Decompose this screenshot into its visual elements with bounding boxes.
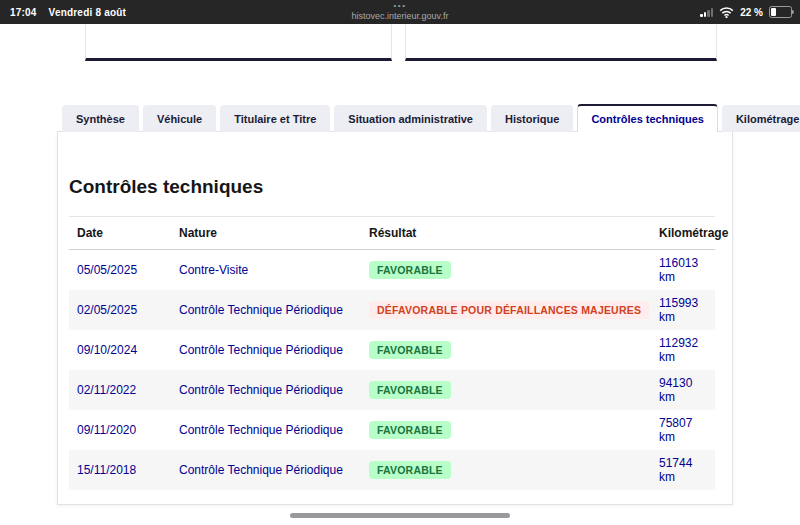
row-date: 15/11/2018 bbox=[69, 450, 171, 490]
row-km: 115993 km bbox=[651, 290, 715, 330]
row-result: FAVORABLE bbox=[361, 250, 651, 291]
tab-titulaire-et-titre[interactable]: Titulaire et Titre bbox=[220, 105, 330, 132]
ct-table-body: 05/05/2025Contre-VisiteFAVORABLE116013 k… bbox=[69, 250, 715, 491]
row-nature: Contre-Visite bbox=[171, 250, 361, 291]
row-km: 75807 km bbox=[651, 410, 715, 450]
row-result: FAVORABLE bbox=[361, 410, 651, 450]
table-row: 09/10/2024Contrôle Technique PériodiqueF… bbox=[69, 330, 715, 370]
screen: 17:04 Vendredi 8 août ••• histovec.inter… bbox=[0, 0, 800, 525]
wifi-icon bbox=[719, 7, 734, 18]
tab-historique[interactable]: Historique bbox=[491, 105, 573, 132]
tab-synthese[interactable]: Synthèse bbox=[62, 105, 139, 132]
col-header-date: Date bbox=[69, 217, 171, 250]
row-nature: Contrôle Technique Périodique bbox=[171, 410, 361, 450]
cellular-signal-icon bbox=[700, 7, 713, 17]
page-options-dots[interactable]: ••• bbox=[0, 2, 800, 10]
table-row: 05/05/2025Contre-VisiteFAVORABLE116013 k… bbox=[69, 250, 715, 291]
ios-status-bar: 17:04 Vendredi 8 août ••• histovec.inter… bbox=[0, 0, 800, 24]
row-km: 94130 km bbox=[651, 370, 715, 410]
row-km: 112932 km bbox=[651, 330, 715, 370]
result-badge: FAVORABLE bbox=[369, 381, 451, 399]
result-badge: FAVORABLE bbox=[369, 341, 451, 359]
row-date: 09/11/2020 bbox=[69, 410, 171, 450]
table-row: 09/11/2020Contrôle Technique PériodiqueF… bbox=[69, 410, 715, 450]
card-fragment-left bbox=[85, 24, 392, 61]
result-badge: FAVORABLE bbox=[369, 461, 451, 479]
result-badge: FAVORABLE bbox=[369, 421, 451, 439]
row-date: 09/10/2024 bbox=[69, 330, 171, 370]
row-date: 05/05/2025 bbox=[69, 250, 171, 291]
address-url[interactable]: histovec.interieur.gouv.fr bbox=[0, 11, 800, 21]
col-header-kilometrage: Kilométrage bbox=[651, 217, 715, 250]
row-date: 02/05/2025 bbox=[69, 290, 171, 330]
tab-list: SynthèseVéhiculeTitulaire et TitreSituat… bbox=[57, 103, 800, 132]
col-header-nature: Nature bbox=[171, 217, 361, 250]
col-header-resultat: Résultat bbox=[361, 217, 651, 250]
result-badge: DÉFAVORABLE POUR DÉFAILLANCES MAJEURES bbox=[369, 301, 649, 319]
tab-situation-administrative[interactable]: Situation administrative bbox=[334, 105, 487, 132]
table-header-row: Date Nature Résultat Kilométrage bbox=[69, 217, 715, 250]
inspections-table: Date Nature Résultat Kilométrage 05/05/2… bbox=[69, 216, 715, 490]
row-date: 02/11/2022 bbox=[69, 370, 171, 410]
table-row: 15/11/2018Contrôle Technique PériodiqueF… bbox=[69, 450, 715, 490]
tab-vehicule[interactable]: Véhicule bbox=[143, 105, 216, 132]
row-nature: Contrôle Technique Périodique bbox=[171, 290, 361, 330]
row-nature: Contrôle Technique Périodique bbox=[171, 450, 361, 490]
status-right: 22 % bbox=[700, 0, 792, 24]
card-fragment-right bbox=[405, 24, 717, 61]
row-nature: Contrôle Technique Périodique bbox=[171, 370, 361, 410]
battery-icon bbox=[769, 6, 792, 18]
row-result: DÉFAVORABLE POUR DÉFAILLANCES MAJEURES bbox=[361, 290, 651, 330]
page-title: Contrôles techniques bbox=[69, 176, 732, 198]
table-row: 02/05/2025Contrôle Technique PériodiqueD… bbox=[69, 290, 715, 330]
row-km: 51744 km bbox=[651, 450, 715, 490]
row-result: FAVORABLE bbox=[361, 330, 651, 370]
table-row: 02/11/2022Contrôle Technique PériodiqueF… bbox=[69, 370, 715, 410]
row-nature: Contrôle Technique Périodique bbox=[171, 330, 361, 370]
status-center: ••• histovec.interieur.gouv.fr bbox=[0, 0, 800, 21]
tab-panel-controles-techniques: Contrôles techniques Date Nature Résulta… bbox=[57, 131, 733, 505]
horizontal-scrollbar[interactable] bbox=[290, 513, 510, 518]
tab-controles-techniques[interactable]: Contrôles techniques bbox=[577, 104, 717, 132]
row-result: FAVORABLE bbox=[361, 450, 651, 490]
battery-percent: 22 % bbox=[740, 7, 763, 18]
result-badge: FAVORABLE bbox=[369, 261, 451, 279]
row-result: FAVORABLE bbox=[361, 370, 651, 410]
tab-kilometrage[interactable]: Kilométrage bbox=[722, 105, 800, 132]
row-km: 116013 km bbox=[651, 250, 715, 291]
